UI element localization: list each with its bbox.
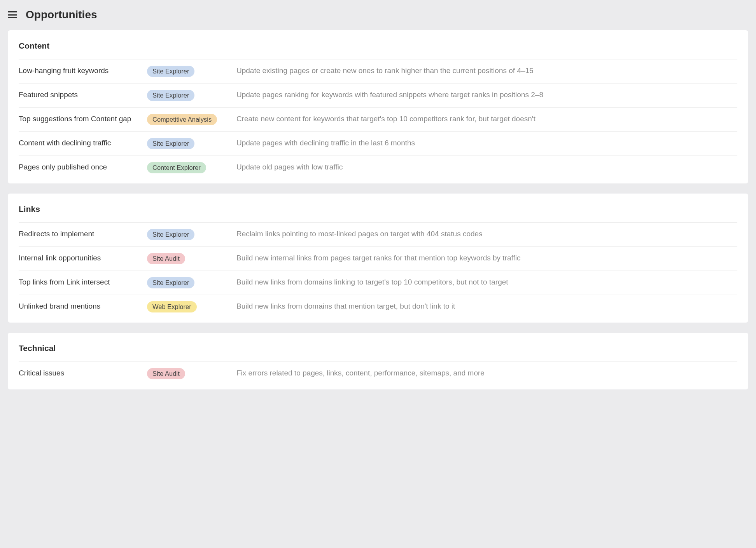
- opportunity-name: Low-hanging fruit keywords: [19, 66, 147, 75]
- opportunity-badge-col: Competitive Analysis: [147, 114, 236, 125]
- section-title: Links: [19, 194, 737, 222]
- opportunity-name: Internal link opportunities: [19, 253, 147, 262]
- tool-badge: Web Explorer: [147, 301, 197, 312]
- tool-badge: Content Explorer: [147, 162, 206, 173]
- section-card: ContentLow-hanging fruit keywordsSite Ex…: [8, 30, 748, 183]
- opportunity-name: Top links from Link intersect: [19, 277, 147, 286]
- opportunity-desc: Fix errors related to pages, links, cont…: [236, 368, 737, 379]
- opportunity-badge-col: Site Audit: [147, 368, 236, 379]
- opportunity-row[interactable]: Internal link opportunitiesSite AuditBui…: [19, 246, 737, 271]
- page-title: Opportunities: [26, 9, 97, 21]
- opportunity-row[interactable]: Unlinked brand mentionsWeb ExplorerBuild…: [19, 295, 737, 323]
- opportunity-row[interactable]: Critical issuesSite AuditFix errors rela…: [19, 361, 737, 389]
- section-card: TechnicalCritical issuesSite AuditFix er…: [8, 333, 748, 389]
- tool-badge: Site Explorer: [147, 229, 194, 240]
- section-title: Content: [19, 30, 737, 59]
- opportunity-name: Unlinked brand mentions: [19, 301, 147, 311]
- opportunity-desc: Create new content for keywords that tar…: [236, 114, 737, 124]
- menu-icon[interactable]: [8, 11, 17, 18]
- opportunity-badge-col: Site Audit: [147, 253, 236, 264]
- opportunity-badge-col: Content Explorer: [147, 162, 236, 173]
- opportunity-badge-col: Site Explorer: [147, 138, 236, 149]
- opportunity-badge-col: Site Explorer: [147, 277, 236, 288]
- opportunity-desc: Reclaim links pointing to most-linked pa…: [236, 229, 737, 239]
- tool-badge: Site Audit: [147, 368, 185, 379]
- page-header: Opportunities: [0, 0, 756, 30]
- opportunity-row[interactable]: Low-hanging fruit keywordsSite ExplorerU…: [19, 59, 737, 83]
- opportunity-row[interactable]: Top links from Link intersectSite Explor…: [19, 271, 737, 295]
- opportunity-row[interactable]: Content with declining trafficSite Explo…: [19, 131, 737, 155]
- tool-badge: Site Explorer: [147, 90, 194, 101]
- tool-badge: Competitive Analysis: [147, 114, 217, 125]
- opportunity-badge-col: Web Explorer: [147, 301, 236, 312]
- opportunity-desc: Update existing pages or create new ones…: [236, 66, 737, 76]
- opportunity-badge-col: Site Explorer: [147, 66, 236, 77]
- opportunity-name: Redirects to implement: [19, 229, 147, 238]
- opportunity-row[interactable]: Pages only published onceContent Explore…: [19, 155, 737, 183]
- opportunity-desc: Update pages with declining traffic in t…: [236, 138, 737, 148]
- opportunity-name: Top suggestions from Content gap: [19, 114, 147, 123]
- opportunity-name: Content with declining traffic: [19, 138, 147, 147]
- opportunity-badge-col: Site Explorer: [147, 90, 236, 101]
- opportunity-row[interactable]: Top suggestions from Content gapCompetit…: [19, 107, 737, 131]
- opportunity-name: Featured snippets: [19, 90, 147, 99]
- section-card: LinksRedirects to implementSite Explorer…: [8, 194, 748, 323]
- tool-badge: Site Audit: [147, 253, 185, 264]
- opportunity-name: Pages only published once: [19, 162, 147, 171]
- opportunity-row[interactable]: Featured snippetsSite ExplorerUpdate pag…: [19, 83, 737, 107]
- tool-badge: Site Explorer: [147, 66, 194, 77]
- opportunity-desc: Build new links from domains that mentio…: [236, 301, 737, 312]
- opportunity-desc: Update pages ranking for keywords with f…: [236, 90, 737, 100]
- tool-badge: Site Explorer: [147, 277, 194, 288]
- opportunity-desc: Update old pages with low traffic: [236, 162, 737, 173]
- opportunity-desc: Build new links from domains linking to …: [236, 277, 737, 288]
- tool-badge: Site Explorer: [147, 138, 194, 149]
- opportunity-name: Critical issues: [19, 368, 147, 377]
- section-title: Technical: [19, 333, 737, 361]
- opportunity-desc: Build new internal links from pages targ…: [236, 253, 737, 264]
- opportunity-row[interactable]: Redirects to implementSite ExplorerRecla…: [19, 222, 737, 246]
- opportunity-badge-col: Site Explorer: [147, 229, 236, 240]
